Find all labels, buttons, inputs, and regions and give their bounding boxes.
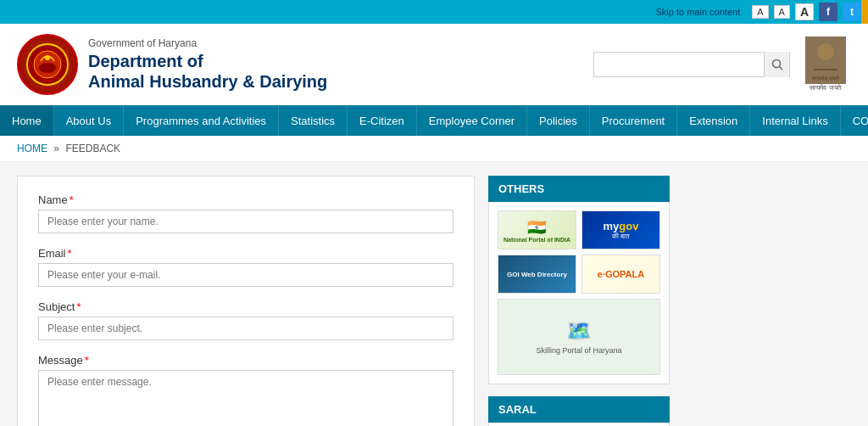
nav-internal[interactable]: Internal Links — [750, 105, 840, 136]
name-group: Name* — [38, 193, 453, 233]
portal-mygov[interactable]: mygov की बात — [581, 210, 660, 249]
national-emblem: सत्यमेव जयते सत्यमेव जयते — [800, 34, 851, 95]
nav-bar: Home About Us Programmes and Activities … — [0, 105, 868, 136]
nav-procurement[interactable]: Procurement — [590, 105, 677, 136]
others-header: OTHERS — [488, 176, 670, 202]
message-group: Message* — [38, 354, 453, 426]
others-section: OTHERS 🇮🇳 National Portal of INDIA mygov — [488, 176, 670, 384]
nav-about[interactable]: About Us — [54, 105, 124, 136]
name-input[interactable] — [38, 210, 453, 233]
nav-policies[interactable]: Policies — [527, 105, 590, 136]
nav-covid[interactable]: COVID19 — [841, 105, 868, 136]
top-bar-accent — [861, 0, 868, 24]
name-label: Name* — [38, 193, 453, 206]
logo-emblem — [19, 36, 76, 93]
emblem-text: सत्यमेव जयते — [810, 84, 841, 92]
portal-india-label: National Portal of INDIA — [504, 237, 570, 243]
name-required: * — [70, 193, 74, 206]
breadcrumb-sep: » — [53, 143, 59, 154]
font-small-btn[interactable]: A — [752, 5, 768, 19]
saral-header: SARAL — [488, 396, 670, 423]
header-right: सत्यमेव जयते सत्यमेव जयते — [593, 34, 851, 95]
skip-link[interactable]: Skip to main content — [656, 7, 741, 17]
search-button[interactable] — [764, 52, 789, 77]
subject-label: Subject* — [38, 300, 453, 313]
dept-name: Department of Animal Husbandry & Dairyin… — [88, 51, 327, 92]
svg-point-7 — [817, 43, 834, 60]
font-medium-btn[interactable]: A — [774, 5, 790, 19]
sidebar: OTHERS 🇮🇳 National Portal of INDIA mygov — [488, 176, 670, 426]
nav-home[interactable]: Home — [0, 105, 54, 136]
svg-point-2 — [39, 63, 56, 73]
main-content: Name* Email* Subject* Message* Math ques… — [0, 162, 868, 426]
twitter-btn[interactable]: t — [843, 3, 861, 21]
nav-statistics[interactable]: Statistics — [279, 105, 348, 136]
email-label: Email* — [38, 247, 453, 260]
nav-programmes[interactable]: Programmes and Activities — [124, 105, 279, 136]
top-bar: Skip to main content A A A f t — [0, 0, 868, 24]
email-required: * — [68, 247, 72, 260]
email-group: Email* — [38, 247, 453, 287]
saral-body: To avail any scheme or service, please v… — [488, 423, 670, 426]
nav-employee[interactable]: Employee Corner — [417, 105, 527, 136]
breadcrumb-current: FEEDBACK — [65, 143, 120, 154]
portal-india[interactable]: 🇮🇳 National Portal of INDIA — [498, 210, 576, 249]
message-required: * — [85, 354, 89, 367]
dept-info: Government of Haryana Department of Anim… — [88, 37, 327, 92]
skilling-label: Skilling Portal of Haryana — [536, 346, 621, 355]
saral-section: SARAL To avail any scheme or service, pl… — [488, 396, 670, 426]
subject-input[interactable] — [38, 317, 453, 340]
svg-rect-9 — [814, 69, 837, 70]
message-textarea[interactable] — [38, 370, 453, 426]
svg-line-5 — [779, 67, 782, 70]
portal-gopala[interactable]: e·GOPALA — [581, 255, 660, 294]
subject-required: * — [76, 300, 81, 313]
govt-name: Government of Haryana — [88, 37, 327, 51]
nav-extension[interactable]: Extension — [677, 105, 750, 136]
portal-skilling[interactable]: 🗺️ Skilling Portal of Haryana — [498, 299, 660, 375]
header: Government of Haryana Department of Anim… — [0, 24, 868, 105]
message-label: Message* — [38, 354, 453, 367]
dept-logo — [17, 34, 78, 95]
svg-point-4 — [772, 60, 780, 68]
portal-grid: 🇮🇳 National Portal of INDIA mygov की बात — [498, 210, 660, 375]
emblem-image: सत्यमेव जयते — [805, 36, 846, 84]
feedback-form: Name* Email* Subject* Message* Math ques… — [17, 176, 475, 426]
email-input[interactable] — [38, 263, 453, 287]
others-body: 🇮🇳 National Portal of INDIA mygov की बात — [488, 202, 670, 384]
subject-group: Subject* — [38, 300, 453, 340]
search-input[interactable] — [594, 55, 764, 74]
font-large-btn[interactable]: A — [795, 3, 814, 20]
breadcrumb: HOME » FEEDBACK — [0, 136, 868, 162]
portal-goi[interactable]: GOI Web Directory — [498, 255, 576, 294]
map-icon: 🗺️ — [566, 319, 592, 343]
svg-text:सत्यमेव जयते: सत्यमेव जयते — [811, 75, 841, 81]
facebook-btn[interactable]: f — [819, 3, 837, 21]
breadcrumb-home[interactable]: HOME — [17, 143, 47, 154]
nav-ecitizen[interactable]: E-Citizen — [348, 105, 417, 136]
portal-goi-label: GOI Web Directory — [507, 271, 567, 278]
svg-point-3 — [45, 55, 50, 60]
search-box — [593, 52, 790, 77]
header-left: Government of Haryana Department of Anim… — [17, 34, 327, 95]
